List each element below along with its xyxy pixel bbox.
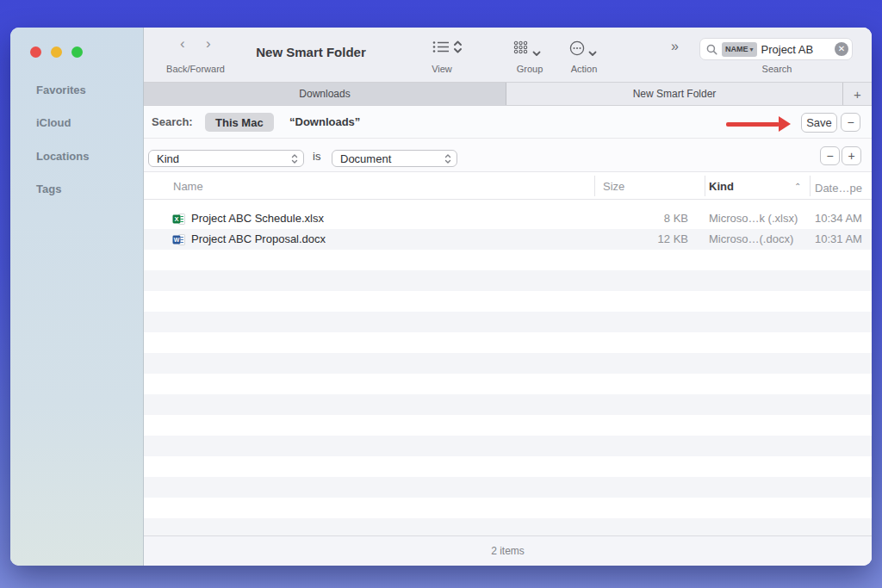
window-controls [30, 46, 83, 58]
window-title: New Smart Folder [256, 45, 366, 59]
new-tab-button[interactable]: + [842, 83, 872, 105]
file-size: 12 KB [594, 232, 688, 245]
zoom-window-button[interactable] [71, 46, 83, 58]
search-clear-icon[interactable]: ✕ [835, 42, 848, 56]
finder-window: Favorites iCloud Locations Tags ‹ › Back… [10, 28, 872, 566]
back-button[interactable]: ‹ [180, 36, 185, 51]
column-divider[interactable] [705, 176, 705, 196]
view-list-icon[interactable] [432, 40, 450, 57]
column-divider[interactable] [594, 176, 595, 196]
minimize-window-button[interactable] [51, 46, 62, 58]
remove-rule-button[interactable]: − [820, 146, 840, 165]
filter-operator-label: is [313, 150, 320, 163]
status-bar: 2 items [144, 535, 872, 566]
table-row[interactable]: W Project ABC Proposal.docx 12 KB Micros… [144, 229, 872, 250]
sidebar: Favorites iCloud Locations Tags [10, 28, 144, 566]
token-chevron-down-icon: ▾ [750, 46, 754, 53]
forward-button[interactable]: › [206, 36, 211, 51]
sidebar-section-tags[interactable]: Tags [36, 183, 61, 195]
red-callout-arrow [726, 122, 780, 127]
column-header-kind[interactable]: Kind [709, 180, 734, 193]
back-forward-label: Back/Forward [166, 64, 225, 74]
main-content: ‹ › Back/Forward New Smart Folder [144, 28, 872, 566]
file-date: 10:31 AM [815, 232, 872, 245]
file-name: Project ABC Schedule.xlsx [191, 212, 324, 225]
column-header-date[interactable]: Date…pe [815, 182, 862, 195]
search-token-name[interactable]: NAME▾ [722, 42, 757, 57]
table-row[interactable]: X Project ABC Schedule.xlsx 8 KB Microso… [144, 208, 872, 229]
file-size: 8 KB [594, 212, 688, 225]
toolbar: ‹ › Back/Forward New Smart Folder [144, 28, 872, 83]
column-divider[interactable] [810, 176, 811, 196]
tab-new-smart-folder[interactable]: New Smart Folder [506, 83, 842, 105]
search-scope-label: Search: [152, 115, 193, 128]
search-icon [706, 44, 717, 55]
sidebar-section-icloud[interactable]: iCloud [36, 116, 71, 129]
list-column-headers: Name Size Kind ⌃ Date…pe [144, 172, 872, 200]
stepper-icon [291, 153, 298, 164]
view-sort-toggle-icon[interactable] [453, 40, 463, 58]
scope-this-mac-button[interactable]: This Mac [205, 113, 274, 132]
sidebar-section-favorites[interactable]: Favorites [36, 84, 86, 96]
filter-value-select[interactable]: Document [332, 150, 457, 167]
search-query-text: Project AB [761, 43, 833, 56]
filter-attribute-select[interactable]: Kind [148, 150, 304, 167]
close-window-button[interactable] [30, 46, 41, 58]
file-list: X Project ABC Schedule.xlsx 8 KB Microso… [144, 208, 872, 535]
word-file-icon: W [172, 233, 185, 250]
sort-ascending-icon: ⌃ [794, 182, 801, 191]
sidebar-section-locations[interactable]: Locations [36, 150, 89, 163]
column-header-name[interactable]: Name [173, 180, 203, 193]
file-kind: Microso…k (.xlsx) [709, 212, 798, 225]
group-label: Group [517, 64, 543, 74]
file-date: 10:34 AM [815, 212, 872, 225]
scope-downloads-option[interactable]: “Downloads” [289, 115, 360, 128]
list-gap [144, 200, 872, 208]
file-name: Project ABC Proposal.docx [191, 232, 326, 245]
action-label: Action [571, 64, 598, 74]
column-header-size[interactable]: Size [603, 180, 624, 193]
desktop-background: Favorites iCloud Locations Tags ‹ › Back… [0, 0, 882, 588]
search-label: Search [762, 64, 792, 74]
excel-file-icon: X [172, 213, 185, 229]
toolbar-overflow-icon[interactable]: » [671, 39, 677, 54]
search-scope-bar: Search: This Mac “Downloads” Save − [144, 106, 872, 139]
item-count: 2 items [491, 545, 525, 557]
view-label: View [432, 64, 452, 74]
search-input[interactable]: NAME▾ Project AB ✕ [699, 38, 853, 60]
save-button[interactable]: Save [801, 113, 837, 133]
action-chevron-down-icon[interactable] [588, 45, 597, 60]
tab-bar: Downloads New Smart Folder + [144, 83, 872, 106]
group-icon[interactable] [513, 40, 528, 58]
tab-downloads[interactable]: Downloads [144, 83, 506, 105]
svg-text:X: X [174, 215, 178, 223]
svg-text:W: W [174, 237, 180, 243]
remove-search-button[interactable]: − [841, 113, 860, 132]
filter-rule-row: Kind is Document [144, 139, 872, 172]
add-rule-button[interactable]: + [842, 146, 861, 165]
action-ellipsis-icon[interactable] [569, 40, 585, 59]
file-kind: Microso…(.docx) [709, 232, 793, 245]
group-chevron-down-icon[interactable] [532, 45, 541, 60]
stepper-icon [444, 153, 451, 164]
